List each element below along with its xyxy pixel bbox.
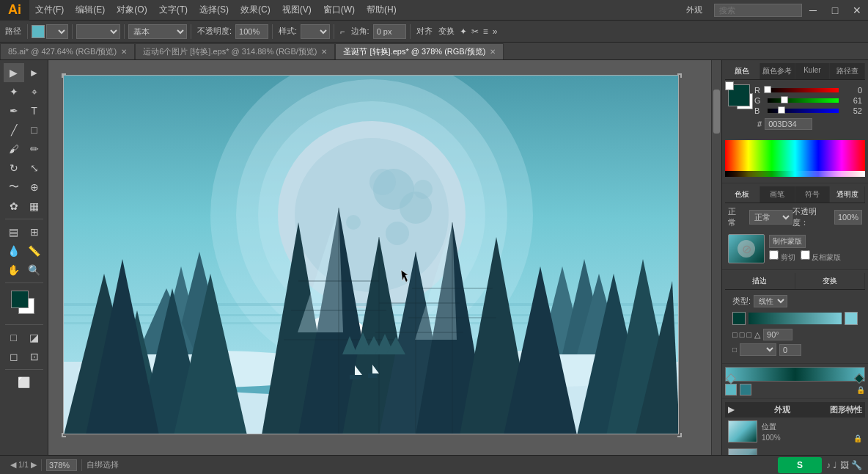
tab-1[interactable]: 85.ai* @ 427.64% (RGB/预览) ✕ [0, 43, 135, 59]
gradient-opt-select[interactable] [740, 343, 776, 356]
tab-transform[interactable]: 变换 [795, 273, 866, 289]
stroke-color-swatch[interactable] [32, 25, 45, 38]
next-artboard[interactable]: ▶ [31, 460, 37, 470]
fill-mode-normal[interactable]: □ [4, 328, 24, 347]
menu-select[interactable]: 选择(S) [194, 0, 235, 20]
close-button[interactable]: ✕ [846, 0, 868, 21]
r-thumb[interactable] [764, 86, 771, 93]
tab-2-close[interactable]: ✕ [321, 48, 327, 56]
artwork-canvas[interactable] [63, 75, 679, 434]
tab-kuler[interactable]: Kuler [795, 63, 831, 79]
stroke-type-select[interactable] [46, 24, 68, 39]
view-fullscreen[interactable]: ⊡ [24, 347, 45, 366]
vscroll-thumb[interactable] [713, 90, 720, 134]
clip-checkbox[interactable] [769, 250, 779, 260]
hand-tool[interactable]: ✋ [4, 260, 24, 280]
rotate-tool[interactable]: ↻ [4, 158, 24, 178]
tab-color[interactable]: 颜色 [725, 63, 760, 79]
canvas-area[interactable] [48, 60, 721, 455]
view-normal[interactable]: ◻ [4, 347, 24, 366]
r-slider[interactable] [768, 88, 839, 92]
scale-tool[interactable]: ⤡ [24, 158, 45, 178]
tab-brushes[interactable]: 画笔 [760, 186, 795, 203]
maximize-button[interactable]: □ [824, 0, 846, 21]
color-swatch-stack[interactable]: ⇄ [728, 84, 750, 106]
stroke-select[interactable] [76, 24, 120, 39]
menu-view[interactable]: 视图(V) [276, 0, 317, 20]
tab-3-close[interactable]: ✕ [490, 48, 496, 56]
layer-thumbnail-2[interactable] [728, 448, 757, 455]
lasso-tool[interactable]: ⌖ [24, 82, 45, 101]
gradient-tool[interactable]: ▤ [4, 222, 24, 241]
tab-color-swatches[interactable]: 色板 [725, 186, 760, 203]
make-mask-button[interactable]: 制作蒙版 [769, 235, 806, 248]
b-thumb[interactable] [778, 106, 785, 114]
g-slider[interactable] [768, 98, 839, 103]
menu-help[interactable]: 帮助(H) [361, 0, 402, 20]
blend-tool[interactable]: ⊕ [24, 178, 45, 197]
line-tool[interactable]: ╱ [4, 120, 24, 139]
gradient-swatch-1[interactable] [725, 384, 737, 395]
search-input[interactable] [714, 4, 802, 17]
menu-file[interactable]: 文件(F) [29, 0, 70, 20]
gradient-bar[interactable] [749, 313, 842, 324]
tab-symbols[interactable]: 符号 [795, 186, 831, 203]
rect-tool[interactable]: □ [24, 120, 45, 139]
graph-tool[interactable]: ▦ [24, 197, 45, 216]
tab-stroke[interactable]: 描边 [725, 273, 795, 289]
select-tool[interactable]: ▶ [4, 63, 24, 82]
minimize-button[interactable]: ─ [802, 0, 824, 21]
stroke-style-select[interactable]: 基本 [128, 24, 187, 39]
gradient-type-select[interactable]: 线性 [754, 295, 787, 307]
warp-tool[interactable]: 〜 [4, 178, 24, 197]
appearance-title[interactable]: ▶ 外观 图形特性 [725, 402, 865, 418]
layer-thumbnail-1[interactable] [728, 420, 757, 442]
direct-select-tool[interactable]: ► [24, 63, 45, 82]
vertical-scrollbar[interactable] [711, 60, 721, 455]
symbol-tool[interactable]: ✿ [4, 197, 24, 216]
blend-mode-select[interactable]: 正常 [749, 210, 792, 225]
pen-tool[interactable]: ✒ [4, 101, 24, 120]
angle-input[interactable] [763, 329, 792, 340]
prev-artboard[interactable]: ◀ [10, 460, 16, 470]
zoom-input[interactable] [46, 459, 77, 471]
artboard-tool[interactable]: ⬜ [14, 373, 34, 392]
gradient-full-bar[interactable] [725, 367, 865, 382]
tab-1-close[interactable]: ✕ [121, 48, 127, 56]
search-box[interactable] [714, 4, 802, 17]
tab-2[interactable]: 运动6个图片 [转换].eps* @ 314.88% (RGB/预览) ✕ [135, 43, 335, 59]
pencil-tool[interactable]: ✏ [24, 139, 45, 158]
style-select[interactable] [301, 24, 330, 39]
opacity-value-input[interactable] [834, 210, 862, 225]
color-spectrum[interactable] [725, 140, 865, 177]
gradient-swatch-2[interactable] [740, 384, 751, 395]
menu-text[interactable]: 文字(T) [153, 0, 194, 20]
g-thumb[interactable] [781, 96, 788, 103]
invert-checkbox[interactable] [801, 250, 810, 260]
corner-input[interactable] [373, 24, 406, 39]
fill-mode-gradient[interactable]: ◪ [24, 328, 45, 347]
menu-object[interactable]: 对象(O) [111, 0, 152, 20]
menu-effect[interactable]: 效果(C) [235, 0, 276, 20]
tab-color-guide[interactable]: 颜色参考 [760, 63, 795, 79]
tab-pathfinder[interactable]: 路径查 [830, 63, 865, 79]
gradient-end-color[interactable] [845, 312, 858, 325]
paintbrush-tool[interactable]: 🖌 [4, 139, 24, 158]
zoom-tool[interactable]: 🔍 [24, 260, 45, 280]
foreground-color[interactable] [11, 291, 29, 308]
type-tool[interactable]: T [24, 101, 45, 120]
gradient-start-color[interactable] [732, 312, 746, 325]
tab-transparency[interactable]: 透明度 [830, 186, 865, 203]
hex-input[interactable] [765, 118, 812, 130]
gradient-stop-right[interactable] [854, 373, 864, 384]
mesh-tool[interactable]: ⊞ [24, 222, 45, 241]
tab-3[interactable]: 圣诞节 [转换].eps* @ 378% (RGB/预览) ✕ [335, 43, 504, 59]
magic-wand-tool[interactable]: ✦ [4, 82, 24, 101]
menu-edit[interactable]: 编辑(E) [70, 0, 111, 20]
eyedropper-tool[interactable]: 💧 [4, 241, 24, 260]
reset-colors-icon[interactable] [725, 81, 734, 90]
opacity-input[interactable] [235, 24, 268, 39]
gradient-stop-left[interactable] [726, 373, 736, 384]
menu-window[interactable]: 窗口(W) [317, 0, 361, 20]
b-slider[interactable] [768, 109, 839, 113]
